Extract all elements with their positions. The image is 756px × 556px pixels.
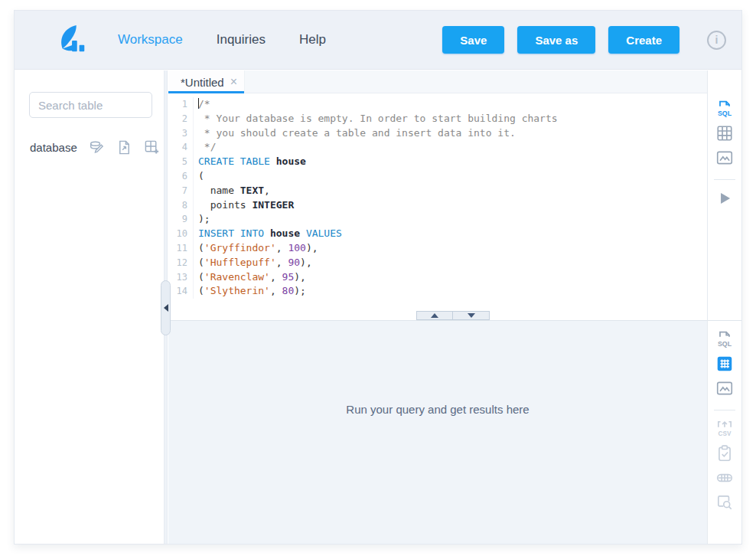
chart-image-icon[interactable] — [715, 379, 734, 397]
code-line: 14('Slytherin', 80); — [168, 284, 707, 299]
line-content: name TEXT, — [194, 184, 270, 198]
sidebar: database — [15, 70, 164, 544]
code-line: 9); — [168, 212, 707, 227]
line-number: 13 — [168, 270, 194, 285]
code-line: 12('Hufflepuff', 90), — [168, 256, 707, 270]
line-number: 12 — [168, 256, 194, 270]
line-number: 1 — [168, 97, 194, 112]
line-content: ('Gryffindor', 100), — [194, 241, 318, 256]
results-rail: SQL CSV — [707, 320, 741, 544]
code-line: 7 name TEXT, — [168, 184, 707, 198]
rail-divider — [714, 179, 735, 180]
collapse-sidebar-handle[interactable] — [161, 280, 171, 335]
tab-title: *Untitled — [181, 76, 224, 89]
expand-editor-button[interactable] — [416, 311, 453, 320]
line-number: 7 — [168, 184, 194, 198]
line-content: INSERT INTO house VALUES — [194, 227, 342, 241]
line-content: ('Hufflepuff', 90), — [194, 256, 312, 270]
line-number: 8 — [168, 198, 194, 213]
svg-text:SQL: SQL — [718, 110, 732, 117]
run-query-icon[interactable] — [715, 189, 734, 208]
line-number: 3 — [168, 126, 194, 141]
code-line: 5CREATE TABLE house — [168, 155, 707, 169]
export-csv-icon[interactable]: CSV — [715, 420, 734, 438]
save-as-button[interactable]: Save as — [517, 26, 595, 54]
code-line: 2 * Your database is empty. In order to … — [168, 112, 707, 126]
line-number: 5 — [168, 155, 194, 169]
line-content: ('Ravenclaw', 95), — [194, 270, 306, 285]
header-buttons: SaveSave asCreate — [442, 26, 679, 54]
results-panel: Run your query and get results here — [168, 320, 707, 544]
line-number: 11 — [168, 241, 194, 256]
results-empty-message: Run your query and get results here — [346, 403, 529, 416]
import-file-icon[interactable] — [116, 139, 132, 155]
database-label: database — [30, 141, 77, 154]
rail-divider — [714, 410, 735, 410]
line-number: 9 — [168, 212, 194, 227]
line-content: ( — [194, 169, 204, 184]
search-results-icon[interactable] — [715, 493, 734, 512]
code-line: 4 */ — [168, 140, 707, 155]
line-content: * you should create a table and insert d… — [194, 126, 516, 141]
chart-image-icon[interactable] — [715, 149, 734, 167]
line-number: 4 — [168, 140, 194, 155]
svg-text:CSV: CSV — [719, 430, 732, 437]
nav-link-help[interactable]: Help — [299, 32, 326, 47]
table-view-icon[interactable] — [715, 469, 734, 487]
header: WorkspaceInquiriesHelp SaveSave asCreate… — [15, 11, 741, 70]
tab-untitled[interactable]: *Untitled × — [168, 70, 245, 93]
editor-rail: SQL — [707, 70, 741, 320]
arrow-up-icon — [431, 313, 438, 318]
code-line: 1/* — [168, 97, 707, 112]
tab-close-icon[interactable]: × — [230, 76, 237, 88]
line-content: points INTEGER — [194, 198, 294, 213]
code-line: 10INSERT INTO house VALUES — [168, 227, 707, 241]
sql-editor[interactable]: 1/*2 * Your database is empty. In order … — [168, 93, 707, 320]
sql-file-icon[interactable]: SQL — [715, 100, 734, 118]
code-line: 13('Ravenclaw', 95), — [168, 270, 707, 285]
create-button[interactable]: Create — [608, 26, 679, 54]
line-content: */ — [194, 140, 216, 155]
line-content: /* — [194, 97, 210, 112]
nav-link-inquiries[interactable]: Inquiries — [217, 32, 266, 47]
line-number: 6 — [168, 169, 194, 184]
info-icon[interactable]: i — [707, 31, 726, 50]
app-logo-icon[interactable] — [57, 24, 89, 56]
code-line: 8 points INTEGER — [168, 198, 707, 213]
expand-results-button[interactable] — [453, 311, 490, 320]
search-table-input[interactable] — [29, 92, 152, 118]
arrow-down-icon — [468, 313, 475, 318]
add-table-icon[interactable] — [144, 139, 160, 155]
code-line: 11('Gryffindor', 100), — [168, 241, 707, 256]
code-lines: 1/*2 * Your database is empty. In order … — [168, 93, 707, 299]
line-content: CREATE TABLE house — [194, 155, 306, 169]
pane-splitter — [416, 311, 490, 320]
app-window: WorkspaceInquiriesHelp SaveSave asCreate… — [14, 10, 742, 545]
database-edit-icon[interactable] — [89, 139, 105, 155]
line-number: 14 — [168, 284, 194, 299]
code-line: 3 * you should create a table and insert… — [168, 126, 707, 141]
main-nav: WorkspaceInquiriesHelp — [118, 32, 326, 47]
nav-link-workspace[interactable]: Workspace — [118, 32, 183, 47]
line-number: 2 — [168, 112, 194, 126]
table-grid-icon[interactable] — [715, 355, 734, 373]
database-row: database — [30, 139, 160, 155]
clipboard-check-icon[interactable] — [715, 444, 734, 463]
line-content: ('Slytherin', 80); — [194, 284, 306, 299]
line-number: 10 — [168, 227, 194, 241]
table-grid-icon[interactable] — [715, 124, 734, 142]
svg-text:SQL: SQL — [718, 340, 732, 348]
tabstrip: *Untitled × — [168, 70, 707, 93]
code-line: 6( — [168, 169, 707, 184]
line-content: ); — [194, 212, 210, 227]
sql-file-icon[interactable]: SQL — [715, 330, 734, 348]
line-content: * Your database is empty. In order to st… — [194, 112, 558, 126]
save-button[interactable]: Save — [442, 26, 504, 54]
collapse-arrow-icon — [164, 304, 168, 312]
